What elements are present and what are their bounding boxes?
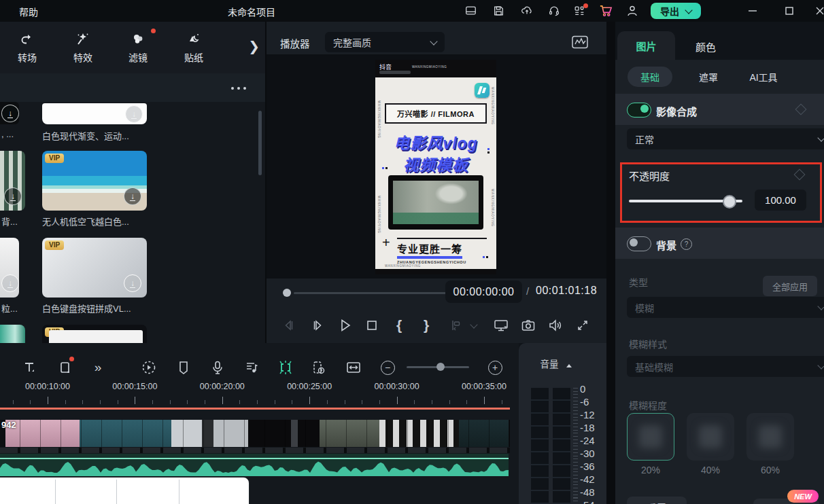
scope-view-icon[interactable] bbox=[571, 35, 589, 50]
video-track-clip[interactable] bbox=[0, 420, 510, 447]
current-timecode: 00:00:00:00 bbox=[445, 281, 522, 303]
zoom-out-icon[interactable]: − bbox=[376, 355, 399, 380]
tab-effects[interactable]: 特效 bbox=[56, 31, 110, 64]
split-options-chevron-icon[interactable] bbox=[464, 315, 484, 336]
timeline-ruler[interactable]: 00:00:10:0000:00:15:0000:00:20:0000:00:2… bbox=[0, 382, 519, 393]
tab-filters[interactable]: 滤镜 bbox=[111, 31, 165, 64]
tab-transitions[interactable]: 转场 bbox=[0, 31, 54, 64]
asset-caption: 背... bbox=[1, 215, 35, 228]
zoom-in-icon[interactable]: + bbox=[483, 355, 507, 380]
chevron-down-icon bbox=[430, 37, 437, 45]
volume-title[interactable]: 音量 bbox=[519, 357, 594, 370]
maximize-button[interactable] bbox=[783, 5, 795, 16]
selected-pip-clip[interactable] bbox=[0, 478, 249, 504]
quick-split-icon[interactable] bbox=[445, 315, 465, 336]
keyframe-diamond-icon[interactable] bbox=[795, 104, 807, 115]
layout-icon[interactable] bbox=[464, 5, 477, 17]
render-preview-icon[interactable] bbox=[137, 355, 160, 380]
close-button[interactable] bbox=[814, 5, 824, 16]
save-icon[interactable] bbox=[492, 5, 505, 17]
compositing-toggle[interactable] bbox=[627, 103, 651, 118]
help-icon[interactable]: ? bbox=[681, 238, 692, 250]
auto-ripple-icon[interactable] bbox=[342, 355, 365, 380]
asset-thumb-partial[interactable]: ↓ bbox=[0, 238, 19, 298]
help-menu[interactable]: 帮助 bbox=[19, 5, 38, 18]
more-options-icon[interactable] bbox=[231, 87, 246, 90]
asset-thumb[interactable]: VIP ↓ bbox=[42, 238, 147, 298]
stop-icon[interactable] bbox=[362, 315, 382, 336]
apps-grid-icon[interactable] bbox=[573, 5, 586, 17]
asset-thumb[interactable]: ↓ bbox=[42, 103, 147, 124]
cloud-upload-icon[interactable] bbox=[520, 5, 534, 17]
export-dropdown-icon[interactable] bbox=[685, 6, 692, 14]
playhead-dot[interactable] bbox=[283, 289, 291, 297]
audio-library-icon[interactable] bbox=[240, 355, 263, 380]
video-preview[interactable]: 抖音 WANXINGMIAOYING 万兴喵影 // FILMORA 电影风vl… bbox=[375, 60, 496, 274]
properties-tabbar: 图片 颜色 bbox=[615, 22, 824, 60]
total-timecode: 00:01:01:18 bbox=[536, 285, 597, 297]
blur-40-swatch[interactable] bbox=[687, 413, 734, 461]
poster-botbar bbox=[375, 269, 496, 274]
more-tools-icon[interactable]: » bbox=[86, 355, 109, 380]
audio-track-clip[interactable] bbox=[0, 454, 509, 476]
mirror-display-icon[interactable] bbox=[491, 315, 511, 336]
support-headset-icon[interactable] bbox=[547, 5, 561, 17]
reset-button[interactable]: 重置 bbox=[627, 497, 687, 504]
previous-frame-icon[interactable] bbox=[279, 315, 299, 336]
tab-image[interactable]: 图片 bbox=[617, 31, 675, 60]
asset-thumb-partial[interactable]: ↓ bbox=[0, 151, 25, 211]
tab-stickers[interactable]: 贴纸 bbox=[167, 31, 221, 64]
meter-scale-ticks bbox=[573, 388, 578, 504]
subtab-mask[interactable]: 遮罩 bbox=[686, 67, 731, 87]
asset-thumb-partial[interactable]: ↓ bbox=[0, 102, 19, 124]
export-to-phone-icon[interactable] bbox=[307, 355, 330, 380]
blur-60-swatch[interactable] bbox=[746, 413, 794, 461]
transition-icon bbox=[18, 31, 36, 48]
crosshair-decoration: + bbox=[382, 235, 390, 251]
chevron-down-icon bbox=[817, 302, 824, 310]
store-cart-icon[interactable] bbox=[598, 3, 613, 18]
mask-tool-icon[interactable] bbox=[54, 355, 77, 380]
ruler-label: 00:00:20:00 bbox=[192, 382, 253, 391]
subtab-ai-tools[interactable]: AI工具 bbox=[738, 67, 789, 87]
expand-panel-chevron-icon[interactable]: ❯ bbox=[248, 38, 260, 54]
timeline-zoom-knob[interactable] bbox=[436, 363, 445, 371]
next-frame-icon[interactable] bbox=[307, 315, 328, 336]
blur-20-swatch[interactable] bbox=[627, 413, 674, 461]
fullscreen-icon[interactable] bbox=[572, 315, 593, 336]
tab-color[interactable]: 颜色 bbox=[696, 39, 716, 54]
mark-out-icon[interactable]: } bbox=[416, 315, 436, 336]
asset-thumb[interactable]: VIP bbox=[42, 325, 147, 343]
marker-icon[interactable] bbox=[172, 355, 195, 380]
asset-thumb-partial[interactable] bbox=[0, 325, 25, 343]
poster-title-line1: 电影风vlog bbox=[375, 130, 496, 154]
blend-mode-dropdown[interactable]: 正常 bbox=[627, 128, 824, 149]
volume-meter-panel: 音量 0-6-12-18-24-30-36-42-48-54 bbox=[519, 343, 606, 504]
mark-in-icon[interactable]: { bbox=[389, 315, 409, 336]
account-icon[interactable] bbox=[625, 4, 639, 18]
split-clip-icon[interactable] bbox=[274, 355, 297, 380]
preview-viewport[interactable]: 抖音 WANXINGMIAOYING 万兴喵影 // FILMORA 电影风vl… bbox=[267, 54, 606, 278]
blur-style-dropdown[interactable]: 基础模糊 bbox=[627, 356, 824, 377]
background-toggle[interactable] bbox=[627, 236, 651, 251]
asset-caption: 无人机低空飞越白色... bbox=[42, 215, 148, 228]
collapsed-track[interactable] bbox=[0, 448, 510, 453]
export-button[interactable]: 导出 bbox=[651, 3, 701, 19]
scrollbar-thumb[interactable] bbox=[258, 111, 262, 175]
volume-speaker-icon[interactable] bbox=[545, 315, 566, 336]
snapshot-camera-icon[interactable] bbox=[518, 315, 538, 336]
poster-slogan: 专业更胜一筹 ZHUANGYEGENGSHENGYICHOU bbox=[397, 238, 487, 264]
apply-all-button[interactable]: 全部应用 bbox=[763, 276, 817, 296]
subtab-basic[interactable]: 基础 bbox=[628, 67, 672, 87]
new-badge: NEW bbox=[787, 490, 819, 503]
voiceover-mic-icon[interactable] bbox=[206, 355, 229, 380]
asset-thumb[interactable]: VIP ↓ bbox=[42, 151, 147, 211]
volume-scale-number: 0 bbox=[580, 383, 604, 395]
text-tool-icon[interactable] bbox=[18, 355, 41, 380]
volume-scale-number: -6 bbox=[580, 396, 604, 408]
play-icon[interactable] bbox=[334, 315, 355, 336]
minimize-button[interactable] bbox=[746, 5, 759, 16]
compositing-label: 影像合成 bbox=[656, 104, 697, 118]
quality-dropdown[interactable]: 完整画质 bbox=[325, 32, 445, 52]
background-type-dropdown[interactable]: 模糊 bbox=[627, 297, 824, 318]
